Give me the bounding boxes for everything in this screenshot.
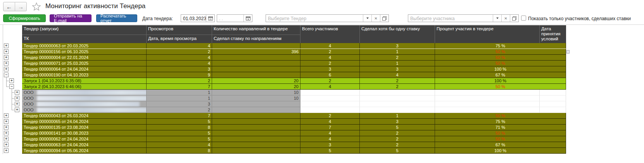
views-cell[interactable]: 5 — [147, 130, 212, 136]
expand-node-button[interactable]: + — [9, 78, 14, 83]
participants-cell[interactable]: 4 — [300, 136, 360, 142]
directions-cell[interactable] — [212, 142, 300, 148]
participants-cell[interactable]: 7 — [300, 125, 360, 130]
generate-button[interactable]: Сформировать — [3, 14, 46, 22]
expand-node-button[interactable]: + — [4, 55, 9, 60]
tender-select-dropdown-button[interactable] — [363, 15, 371, 22]
accept-date-cell[interactable] — [540, 101, 566, 107]
row-name-cell[interactable]: ООО — [22, 107, 147, 113]
expand-node-button[interactable]: + — [15, 96, 19, 101]
expand-node-button[interactable]: + — [15, 102, 19, 106]
directions-cell[interactable] — [212, 136, 300, 142]
collapse-node-button[interactable]: − — [9, 84, 14, 89]
percent-cell[interactable]: 50 % — [435, 113, 566, 119]
participants-cell[interactable]: 6 — [300, 72, 360, 78]
date-from-field[interactable]: 01.03.2023 — [181, 14, 215, 22]
participants-cell[interactable] — [300, 107, 360, 113]
directions-cell[interactable]: 20 — [212, 78, 300, 84]
bidders-cell[interactable]: 2 — [360, 84, 435, 90]
expand-node-button[interactable]: + — [4, 61, 9, 66]
percent-cell[interactable]: 50 % — [435, 84, 566, 90]
show-bidders-checkbox-label[interactable]: Показать только участников, сделавших ст… — [528, 16, 631, 21]
row-name-cell[interactable]: Запуск 1 (04.10.2023 6:35:08) — [22, 78, 147, 84]
row-name-cell[interactable]: Запуск 2 (04.10.2023 6:46:06) — [22, 84, 147, 90]
bidders-cell[interactable]: 1 — [360, 113, 435, 119]
participants-cell[interactable] — [300, 101, 360, 107]
directions-cell[interactable] — [212, 113, 300, 119]
views-cell[interactable]: 4 — [147, 55, 212, 61]
directions-cell[interactable] — [212, 66, 300, 72]
views-cell[interactable]: 2 — [147, 78, 212, 84]
expand-node-button[interactable]: + — [15, 108, 19, 112]
expand-node-button[interactable]: + — [15, 90, 19, 95]
date-to-placeholder[interactable]: . . — [217, 15, 243, 22]
participants-cell[interactable]: 3 — [300, 142, 360, 148]
send-email-button[interactable]: Отправить на E-mail — [50, 14, 92, 22]
row-name-cell[interactable]: Тендер 000000063 от 20.03.2025 — [22, 43, 147, 49]
launch-row[interactable]: Запуск 1 (04.10.2023 6:35:08)22022100 % — [22, 78, 566, 84]
expand-node-button[interactable]: + — [4, 43, 9, 48]
accept-date-cell[interactable] — [540, 107, 566, 113]
directions-cell[interactable] — [212, 55, 300, 61]
bidders-cell[interactable]: 2 — [360, 136, 435, 142]
tender-select-clear-button[interactable]: ✕ — [371, 15, 380, 22]
participants-cell[interactable]: 4 — [300, 84, 360, 90]
bidders-cell[interactable] — [360, 90, 435, 95]
views-cell[interactable]: 8 — [147, 125, 212, 130]
directions-cell[interactable]: 10 — [212, 95, 300, 101]
tender-row[interactable]: Тендер 000000063 от 20.03.202544375 % — [22, 43, 566, 49]
percent-cell[interactable]: 75 % — [435, 119, 566, 125]
tender-select-placeholder[interactable]: Выберите Тендер — [266, 15, 363, 22]
show-bidders-checkbox[interactable] — [521, 16, 526, 21]
row-name-cell[interactable]: Тендер 000000190 от 04.10.2023 — [22, 72, 147, 78]
back-arrow-icon[interactable]: ← — [3, 2, 15, 11]
expand-node-button[interactable]: + — [4, 119, 9, 124]
views-cell[interactable]: 5 — [147, 136, 212, 142]
row-name-cell[interactable]: Тендер 000000094 от 05.06.2024 — [22, 148, 147, 154]
tender-row[interactable]: Тендер 000000043 от 26.03.202472150 % — [22, 113, 566, 119]
participants-cell[interactable]: 2 — [300, 78, 360, 84]
directions-cell[interactable]: 10 — [212, 90, 300, 95]
directions-cell[interactable] — [212, 125, 300, 130]
views-cell[interactable]: 3 — [147, 66, 212, 72]
percent-cell[interactable] — [435, 101, 540, 107]
participants-cell[interactable]: 5 — [300, 148, 360, 154]
date-to-field[interactable]: . . — [217, 14, 252, 22]
bidders-cell[interactable] — [360, 95, 435, 101]
row-name-cell[interactable]: Тендер 000000062 от 24.04.2024 — [22, 136, 147, 142]
tender-row[interactable]: Тендер 000000141 от 30.08.202354250 % — [22, 130, 566, 136]
bidders-cell[interactable]: 1 — [360, 61, 435, 66]
percent-cell[interactable]: 50 % — [435, 55, 566, 61]
tender-row[interactable]: Тендер 000000071 от 25.03.202542150 % — [22, 61, 566, 66]
bidders-cell[interactable]: 2 — [360, 130, 435, 136]
participants-cell[interactable]: 4 — [300, 119, 360, 125]
directions-cell[interactable] — [212, 101, 300, 107]
participants-cell[interactable]: 2 — [300, 49, 360, 55]
tender-row[interactable]: Тендер 000000065 от 24.04.202454375 % — [22, 119, 566, 125]
views-cell[interactable]: 5 — [147, 119, 212, 125]
expand-node-button[interactable]: + — [4, 125, 9, 130]
row-name-cell[interactable]: Тендер 000000071 от 25.03.2025 — [22, 61, 147, 66]
participants-cell[interactable]: 4 — [300, 130, 360, 136]
percent-cell[interactable] — [435, 90, 540, 95]
tender-row[interactable]: Тендер 000000063 от 24.04.202443267 % — [22, 142, 566, 148]
row-name-cell[interactable]: Тендер 000000141 от 30.08.2023 — [22, 130, 147, 136]
views-cell[interactable]: 8 — [147, 148, 212, 154]
directions-cell[interactable] — [212, 119, 300, 125]
participants-cell[interactable] — [300, 95, 360, 101]
views-cell[interactable]: 4 — [147, 142, 212, 148]
percent-cell[interactable]: 50 % — [435, 61, 566, 66]
participants-cell[interactable] — [300, 90, 360, 95]
row-name-cell[interactable]: ООО — [22, 101, 147, 107]
directions-cell[interactable]: 396 — [212, 49, 300, 55]
directions-cell[interactable] — [212, 130, 300, 136]
bidders-cell[interactable]: 1 — [360, 49, 435, 55]
bidders-cell[interactable]: 3 — [360, 119, 435, 125]
collapse-node-button[interactable]: − — [4, 73, 9, 77]
expand-node-button[interactable]: + — [4, 131, 9, 135]
participant-row[interactable]: ООО3 — [22, 101, 566, 107]
launch-row[interactable]: Запуск 2 (04.10.2023 6:46:06)7204250 % — [22, 84, 566, 90]
row-name-cell[interactable]: ООО — [22, 90, 147, 95]
directions-cell[interactable] — [212, 72, 300, 78]
date-from-value[interactable]: 01.03.2023 — [181, 15, 206, 22]
